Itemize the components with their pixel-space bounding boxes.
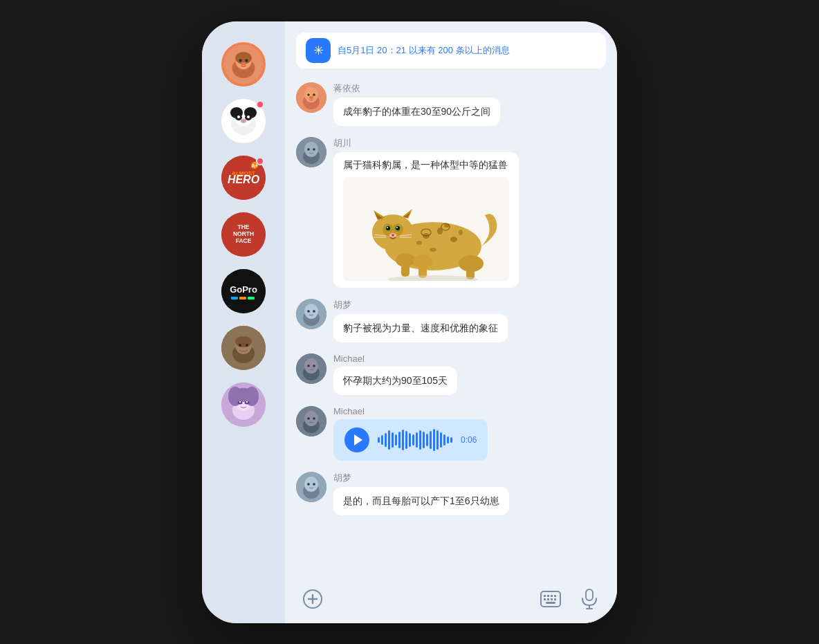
svg-rect-123 — [586, 589, 593, 600]
svg-rect-29 — [239, 297, 246, 300]
svg-text:NORTH: NORTH — [233, 230, 254, 237]
mic-button[interactable] — [576, 585, 603, 613]
svg-point-99 — [313, 365, 315, 367]
sidebar-item-hero[interactable]: ALMOST HERO A+ — [221, 156, 266, 200]
svg-point-103 — [307, 417, 310, 420]
svg-point-107 — [304, 477, 318, 492]
sidebar-item-panda[interactable] — [221, 99, 266, 143]
notif-text: 自5月1日 20：21 以来有 200 条以上的消息 — [338, 44, 510, 57]
message-item-3: 胡梦 豹子被视为力量、速度和优雅的象征 — [296, 299, 606, 342]
sidebar-avatar-warrior — [221, 326, 266, 370]
svg-rect-64 — [401, 264, 410, 277]
svg-point-57 — [307, 148, 310, 151]
msg-content-5: Michael — [333, 406, 488, 461]
svg-point-102 — [304, 411, 318, 426]
svg-rect-116 — [551, 595, 553, 597]
svg-point-104 — [313, 417, 315, 420]
sidebar-avatar-girl — [221, 42, 266, 86]
msg-bubble-4[interactable]: 怀孕期大约为90至105天 — [333, 367, 457, 395]
svg-rect-114 — [544, 595, 546, 597]
svg-point-52 — [313, 93, 315, 96]
voice-duration: 0:06 — [461, 435, 477, 445]
msg-bubble-6[interactable]: 是的，而且每胎可以产下1至6只幼崽 — [333, 487, 509, 515]
msg-content-4: Michael 怀孕期大约为90至105天 — [333, 353, 457, 395]
svg-point-93 — [307, 310, 310, 313]
keyboard-button[interactable] — [537, 585, 564, 613]
svg-point-51 — [307, 93, 310, 96]
message-item-2: 胡川 属于猫科豹属，是一种体型中等的猛兽 — [296, 137, 606, 288]
svg-point-58 — [313, 148, 315, 151]
message-item-5: Michael — [296, 406, 606, 461]
msg-sender-4: Michael — [333, 353, 457, 364]
msg-avatar-michael-2 — [296, 406, 326, 436]
svg-point-14 — [237, 116, 240, 118]
svg-point-15 — [247, 116, 250, 118]
msg-content-3: 胡梦 豹子被视为力量、速度和优雅的象征 — [333, 299, 508, 342]
sidebar-item-northface[interactable]: THE NORTH FACE — [221, 212, 266, 257]
msg-avatar-hu — [296, 137, 326, 167]
svg-rect-122 — [546, 602, 555, 604]
sidebar-badge-hero — [256, 157, 264, 165]
svg-point-86 — [430, 248, 436, 252]
msg-content-1: 蒋依依 成年豹子的体重在30至90公斤之间 — [333, 82, 500, 126]
svg-point-34 — [235, 336, 252, 347]
notif-icon: ✳ — [306, 38, 331, 63]
msg-image-leopard — [343, 177, 509, 281]
svg-point-94 — [313, 310, 315, 313]
svg-point-109 — [313, 483, 315, 486]
notification-bar[interactable]: ✳ 自5月1日 20：21 以来有 200 条以上的消息 — [296, 33, 606, 68]
msg-bubble-2[interactable]: 属于猫科豹属，是一种体型中等的猛兽 — [333, 152, 519, 288]
message-item-6: 胡梦 是的，而且每胎可以产下1至6只幼崽 — [296, 472, 606, 515]
svg-point-92 — [304, 304, 318, 319]
waveform — [378, 429, 452, 451]
phone-frame: ALMOST HERO A+ THE NORTH FACE — [202, 21, 617, 623]
svg-text:HERO: HERO — [228, 174, 260, 185]
sidebar-badge-panda — [256, 100, 264, 109]
svg-text:GoPro: GoPro — [230, 284, 257, 295]
sidebar-avatar-gopro: GoPro — [221, 269, 266, 313]
svg-point-6 — [241, 62, 246, 65]
sidebar-item-warrior[interactable] — [221, 326, 266, 370]
svg-rect-119 — [547, 598, 549, 600]
svg-rect-118 — [544, 598, 546, 600]
msg-sender-5: Michael — [333, 406, 488, 416]
svg-rect-120 — [551, 598, 553, 600]
chat-messages: ✳ 自5月1日 20：21 以来有 200 条以上的消息 — [285, 21, 617, 575]
svg-point-4 — [239, 59, 242, 62]
sidebar-item-anime[interactable] — [221, 383, 266, 427]
sidebar-avatar-anime — [221, 383, 266, 427]
svg-point-45 — [239, 401, 241, 402]
msg-sender-3: 胡梦 — [333, 299, 508, 311]
msg-avatar-hu-dream-2 — [296, 472, 326, 502]
message-item-4: Michael 怀孕期大约为90至105天 — [296, 353, 606, 395]
sidebar: ALMOST HERO A+ THE NORTH FACE — [202, 21, 285, 623]
svg-point-84 — [450, 237, 457, 242]
svg-point-108 — [307, 483, 310, 486]
sidebar-item-girl[interactable] — [221, 42, 266, 86]
msg-avatar-hu-dream-1 — [296, 299, 326, 329]
svg-point-5 — [245, 59, 248, 62]
svg-point-73 — [396, 226, 400, 230]
svg-rect-28 — [231, 297, 238, 300]
svg-text:FACE: FACE — [236, 237, 252, 244]
play-button[interactable] — [344, 427, 369, 452]
svg-point-46 — [246, 401, 248, 402]
msg-content-2: 胡川 属于猫科豹属，是一种体型中等的猛兽 — [333, 137, 519, 288]
msg-bubble-3[interactable]: 豹子被视为力量、速度和优雅的象征 — [333, 314, 508, 342]
svg-point-35 — [239, 344, 241, 347]
svg-point-75 — [396, 227, 398, 228]
svg-point-53 — [309, 96, 313, 99]
msg-sender-1: 蒋依依 — [333, 82, 500, 95]
svg-point-74 — [387, 227, 388, 228]
svg-point-36 — [246, 344, 248, 347]
msg-bubble-1[interactable]: 成年豹子的体重在30至90公斤之间 — [333, 98, 500, 126]
chat-toolbar — [285, 575, 617, 623]
svg-point-87 — [416, 241, 422, 245]
msg-sender-6: 胡梦 — [333, 472, 509, 484]
message-item-1: 蒋依依 成年豹子的体重在30至90公斤之间 — [296, 82, 606, 126]
svg-point-16 — [241, 119, 246, 123]
chat-area: ✳ 自5月1日 20：21 以来有 200 条以上的消息 — [285, 21, 617, 623]
sidebar-item-gopro[interactable]: GoPro — [221, 269, 266, 313]
voice-bubble[interactable]: 0:06 — [333, 419, 488, 461]
add-button[interactable] — [299, 585, 326, 613]
